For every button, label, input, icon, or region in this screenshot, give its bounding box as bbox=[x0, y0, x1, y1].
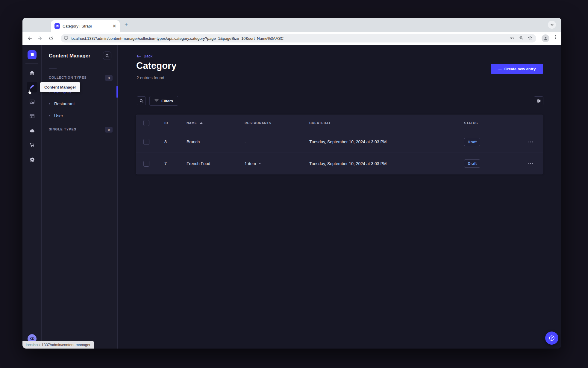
back-link[interactable]: Back bbox=[137, 54, 152, 58]
column-header-name[interactable]: NAME bbox=[187, 121, 197, 125]
bookmark-star-icon[interactable] bbox=[528, 35, 533, 42]
browser-back-icon[interactable] bbox=[26, 35, 33, 42]
row-checkbox[interactable] bbox=[143, 139, 149, 145]
chevron-down-icon[interactable] bbox=[259, 163, 261, 164]
password-key-icon[interactable] bbox=[510, 35, 515, 42]
column-header-id[interactable]: ID bbox=[157, 121, 179, 125]
question-mark-icon bbox=[548, 335, 555, 341]
home-icon[interactable] bbox=[27, 67, 37, 78]
subnav-item-label: Restaurant bbox=[54, 101, 75, 106]
site-info-icon[interactable] bbox=[64, 36, 68, 41]
browser-tab[interactable]: Category | Strapi ✕ bbox=[51, 20, 120, 32]
tab-title: Category | Strapi bbox=[63, 24, 110, 28]
status-badge: Draft bbox=[464, 159, 480, 168]
column-header-restaurants[interactable]: RESTAURANTS bbox=[237, 121, 302, 125]
subnav-item-restaurant[interactable]: Restaurant bbox=[42, 98, 117, 110]
cell-restaurants: - bbox=[237, 139, 302, 144]
single-types-label: SINGLE TYPES bbox=[49, 127, 76, 131]
table-search-icon[interactable] bbox=[137, 96, 146, 105]
settings-gear-icon[interactable] bbox=[27, 154, 37, 165]
browser-profile-icon[interactable] bbox=[542, 34, 549, 42]
deploy-cloud-icon[interactable] bbox=[27, 125, 37, 136]
hand-cursor-icon bbox=[27, 89, 33, 96]
view-settings-gear-icon[interactable] bbox=[534, 96, 543, 105]
subnav-item-label: User bbox=[54, 113, 63, 118]
cell-name: French Food bbox=[179, 161, 237, 166]
sort-ascending-icon[interactable] bbox=[200, 122, 203, 124]
back-label: Back bbox=[144, 54, 152, 58]
main-content: Back Category 2 entries found Create new… bbox=[118, 45, 561, 349]
strapi-logo-icon[interactable] bbox=[28, 50, 37, 59]
filter-icon bbox=[154, 99, 159, 103]
browser-reload-icon[interactable] bbox=[47, 35, 54, 42]
cell-restaurants[interactable]: 1 item bbox=[245, 161, 256, 166]
rail-divider bbox=[25, 63, 38, 64]
cell-id: 7 bbox=[157, 161, 179, 166]
create-new-entry-button[interactable]: Create new entry bbox=[491, 64, 543, 74]
marketplace-cart-icon[interactable] bbox=[27, 140, 37, 150]
content-manager-tooltip: Content Manager bbox=[40, 82, 80, 92]
table-header-row: ID NAME RESTAURANTS CREATEDAT STATUS bbox=[136, 115, 543, 131]
cell-name: Brunch bbox=[179, 139, 237, 144]
browser-toolbar: localhost:1337/admin/content-manager/col… bbox=[22, 32, 561, 45]
filters-button[interactable]: Filters bbox=[149, 96, 178, 106]
row-actions-icon[interactable] bbox=[528, 163, 533, 164]
new-tab-button[interactable]: + bbox=[125, 22, 128, 28]
page-title: Category bbox=[136, 60, 176, 71]
content-type-builder-icon[interactable] bbox=[27, 111, 37, 121]
address-bar[interactable]: localhost:1337/admin/content-manager/col… bbox=[61, 34, 536, 42]
filters-label: Filters bbox=[161, 99, 173, 103]
collection-types-label: COLLECTION TYPES bbox=[49, 76, 87, 79]
single-types-count-badge: 0 bbox=[105, 127, 113, 133]
column-header-createdat[interactable]: CREATEDAT bbox=[302, 121, 457, 125]
tab-search-chevron-icon[interactable] bbox=[548, 21, 556, 29]
collection-types-count-badge: 3 bbox=[105, 75, 113, 81]
tab-close-icon[interactable]: ✕ bbox=[113, 24, 116, 28]
plus-icon bbox=[498, 67, 502, 71]
table-row-french-food[interactable]: 7 French Food 1 item Tuesday, September … bbox=[136, 153, 543, 174]
browser-tab-strip: Category | Strapi ✕ + bbox=[22, 18, 561, 32]
cell-id: 8 bbox=[157, 139, 179, 144]
desktop: Category | Strapi ✕ + loca bbox=[0, 0, 588, 368]
subnav-divider bbox=[49, 68, 57, 69]
row-actions-icon[interactable] bbox=[528, 142, 533, 142]
media-library-icon[interactable] bbox=[27, 96, 37, 107]
url-text[interactable]: localhost:1337/admin/content-manager/col… bbox=[71, 36, 510, 41]
cell-createdat: Tuesday, September 10, 2024 at 3:03 PM bbox=[302, 139, 457, 144]
table-row-brunch[interactable]: 8 Brunch - Tuesday, September 10, 2024 a… bbox=[136, 131, 543, 153]
column-header-status[interactable]: STATUS bbox=[457, 121, 517, 125]
bullet-icon bbox=[49, 115, 50, 116]
entries-count: 2 entries found bbox=[137, 75, 164, 80]
link-preview-status-bar: localhost:1337/admin/content-manager bbox=[22, 341, 94, 349]
browser-window: Category | Strapi ✕ + loca bbox=[22, 18, 561, 349]
strapi-favicon-icon bbox=[54, 23, 60, 29]
subnav-item-user[interactable]: User bbox=[42, 110, 117, 122]
back-arrow-icon bbox=[137, 54, 141, 58]
help-button[interactable] bbox=[545, 331, 558, 345]
subnav-title: Content Manager bbox=[49, 53, 90, 59]
omnibox-actions bbox=[510, 35, 533, 42]
strapi-admin-app: KD Content Manager COLLECTION TYPES 3 Ca… bbox=[22, 45, 561, 349]
browser-forward-icon[interactable] bbox=[37, 35, 44, 42]
bullet-icon bbox=[49, 103, 50, 104]
create-button-label: Create new entry bbox=[504, 67, 536, 71]
cell-createdat: Tuesday, September 10, 2024 at 3:03 PM bbox=[302, 161, 457, 166]
status-badge: Draft bbox=[464, 138, 480, 146]
zoom-page-icon[interactable] bbox=[519, 35, 524, 41]
browser-menu-icon[interactable] bbox=[553, 35, 558, 41]
subnav-search-icon[interactable] bbox=[103, 51, 111, 60]
row-checkbox[interactable] bbox=[143, 161, 149, 167]
select-all-checkbox[interactable] bbox=[143, 120, 149, 126]
entries-table: ID NAME RESTAURANTS CREATEDAT STATUS 8 bbox=[136, 115, 543, 174]
